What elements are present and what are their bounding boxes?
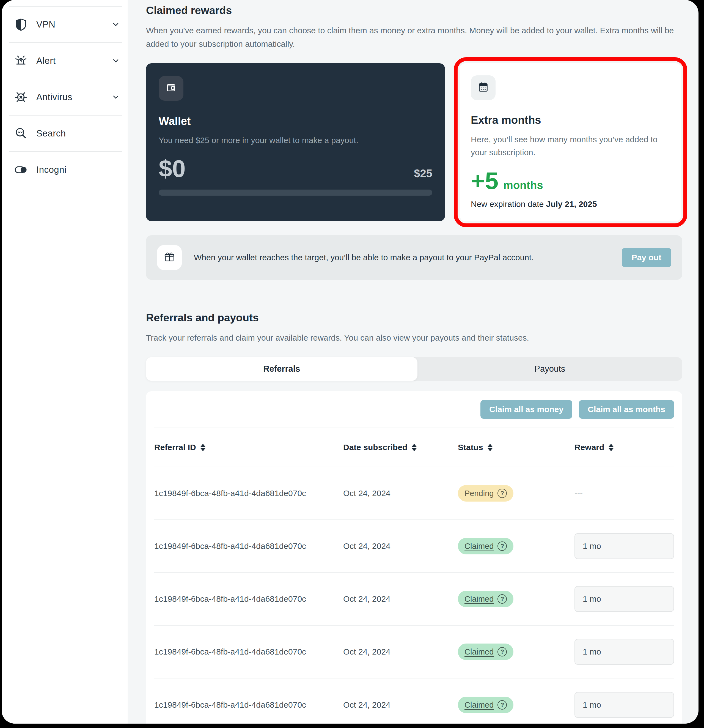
alert-siren-icon	[13, 53, 29, 68]
rewards-cards-row: Wallet You need $25 or more in your wall…	[146, 63, 682, 221]
claimed-rewards-description: When you’ve earned rewards, you can choo…	[146, 24, 678, 51]
sort-icon	[412, 444, 417, 451]
pay-out-button[interactable]: Pay out	[622, 248, 671, 267]
tab-referrals[interactable]: Referrals	[146, 357, 417, 381]
reward-cell: 1 mo	[574, 639, 674, 665]
date-subscribed-cell: Oct 24, 2024	[343, 647, 458, 656]
column-header-reward[interactable]: Reward	[574, 443, 674, 452]
status-badge[interactable]: Claimed ?	[458, 538, 514, 555]
sidebar-item-label: Incogni	[36, 165, 66, 175]
chevron-down-icon	[111, 56, 121, 66]
wallet-card: Wallet You need $25 or more in your wall…	[146, 63, 445, 221]
extra-months-unit: months	[503, 179, 543, 192]
wallet-title: Wallet	[159, 115, 432, 127]
chevron-down-icon	[111, 92, 121, 103]
claim-all-as-money-button[interactable]: Claim all as money	[480, 400, 572, 419]
table-row: 1c19849f-6bca-48fb-a41d-4da681de070c Oct…	[154, 467, 674, 520]
tab-payouts[interactable]: Payouts	[417, 357, 682, 381]
extra-months-value: +5	[471, 169, 498, 193]
sidebar-item-vpn[interactable]: VPN	[1, 7, 128, 42]
extra-months-description: Here, you’ll see how many months you’ve …	[471, 133, 663, 159]
wallet-icon	[165, 81, 177, 95]
claim-all-as-months-button[interactable]: Claim all as months	[579, 400, 674, 419]
question-mark-icon: ?	[498, 489, 507, 498]
sort-icon	[488, 444, 492, 451]
calendar-icon	[477, 81, 489, 95]
sidebar-item-label: VPN	[36, 19, 55, 30]
sort-icon	[609, 444, 613, 451]
date-subscribed-cell: Oct 24, 2024	[343, 700, 458, 709]
wallet-icon-tile	[159, 76, 183, 101]
gift-icon-tile	[157, 245, 182, 270]
referrals-payouts-tabs: Referrals Payouts	[146, 357, 682, 381]
sidebar-item-label: Alert	[36, 56, 56, 66]
question-mark-icon: ?	[498, 594, 507, 604]
payout-banner: When your wallet reaches the target, you…	[146, 235, 682, 280]
column-header-date-subscribed[interactable]: Date subscribed	[343, 443, 458, 452]
claimed-rewards-title: Claimed rewards	[146, 4, 682, 16]
table-row: 1c19849f-6bca-48fb-a41d-4da681de070c Oct…	[154, 520, 674, 573]
date-subscribed-cell: Oct 24, 2024	[343, 542, 458, 551]
wallet-progress-bar	[159, 189, 432, 196]
question-mark-icon: ?	[498, 700, 507, 709]
sidebar-item-label: Antivirus	[36, 92, 72, 103]
reward-cell: 1 mo	[574, 586, 674, 612]
referral-id-cell: 1c19849f-6bca-48fb-a41d-4da681de070c	[154, 542, 343, 551]
sidebar-item-search[interactable]: Search	[1, 116, 128, 151]
referrals-payouts-description: Track your referrals and claim your avai…	[146, 331, 678, 344]
gift-icon	[163, 251, 176, 264]
table-row: 1c19849f-6bca-48fb-a41d-4da681de070c Oct…	[154, 679, 674, 724]
search-icon	[13, 126, 29, 141]
status-badge[interactable]: Claimed ?	[458, 644, 514, 660]
wallet-target-amount: $25	[414, 167, 432, 180]
referral-id-cell: 1c19849f-6bca-48fb-a41d-4da681de070c	[154, 489, 343, 498]
sidebar-item-incogni[interactable]: Incogni	[1, 152, 128, 188]
date-subscribed-cell: Oct 24, 2024	[343, 594, 458, 604]
column-header-status[interactable]: Status	[458, 443, 574, 452]
sidebar-item-antivirus[interactable]: Antivirus	[1, 79, 128, 115]
table-row: 1c19849f-6bca-48fb-a41d-4da681de070c Oct…	[154, 573, 674, 625]
extra-months-title: Extra months	[471, 114, 670, 126]
new-expiration-date: New expiration date July 21, 2025	[471, 199, 670, 209]
question-mark-icon: ?	[498, 542, 507, 551]
question-mark-icon: ?	[498, 647, 507, 656]
wallet-amount-row: $0 $25	[159, 156, 432, 181]
date-subscribed-cell: Oct 24, 2024	[343, 489, 458, 498]
referrals-table-card: Claim all as money Claim all as months R…	[146, 391, 682, 724]
sidebar-item-label: Search	[36, 128, 66, 139]
column-header-referral-id[interactable]: Referral ID	[154, 443, 343, 452]
app-window: VPN Alert Antivirus Search Incogni Claim…	[1, 0, 698, 724]
sort-icon	[201, 444, 205, 451]
table-row: 1c19849f-6bca-48fb-a41d-4da681de070c Oct…	[154, 625, 674, 679]
extra-months-value-row: +5 months	[471, 169, 670, 193]
table-toolbar: Claim all as money Claim all as months	[154, 391, 674, 428]
sidebar: VPN Alert Antivirus Search Incogni	[1, 0, 128, 724]
extra-months-card-wrapper: Extra months Here, you’ll see how many m…	[460, 63, 681, 221]
main-content: Claimed rewards When you’ve earned rewar…	[128, 0, 698, 724]
incogni-toggle-icon	[13, 162, 29, 178]
expiration-date-value: July 21, 2025	[546, 199, 597, 208]
vpn-shield-icon	[13, 17, 29, 32]
payout-banner-text: When your wallet reaches the target, you…	[194, 253, 534, 262]
referral-id-cell: 1c19849f-6bca-48fb-a41d-4da681de070c	[154, 647, 343, 656]
reward-cell: 1 mo	[574, 692, 674, 718]
antivirus-bug-icon	[13, 90, 29, 105]
status-badge[interactable]: Pending ?	[458, 485, 514, 501]
reward-cell: ---	[574, 480, 674, 506]
referrals-payouts-title: Referrals and payouts	[146, 312, 682, 324]
referral-id-cell: 1c19849f-6bca-48fb-a41d-4da681de070c	[154, 594, 343, 604]
reward-cell: 1 mo	[574, 533, 674, 559]
wallet-current-amount: $0	[159, 156, 186, 181]
wallet-description: You need $25 or more in your wallet to m…	[159, 136, 432, 145]
table-header-row: Referral ID Date subscribed Status Rewar…	[154, 428, 674, 467]
chevron-down-icon	[111, 19, 121, 30]
status-badge[interactable]: Claimed ?	[458, 591, 514, 607]
calendar-icon-tile	[471, 75, 496, 100]
status-badge[interactable]: Claimed ?	[458, 697, 514, 713]
sidebar-item-alert[interactable]: Alert	[1, 43, 128, 79]
referral-id-cell: 1c19849f-6bca-48fb-a41d-4da681de070c	[154, 700, 343, 709]
extra-months-card: Extra months Here, you’ll see how many m…	[460, 63, 681, 221]
